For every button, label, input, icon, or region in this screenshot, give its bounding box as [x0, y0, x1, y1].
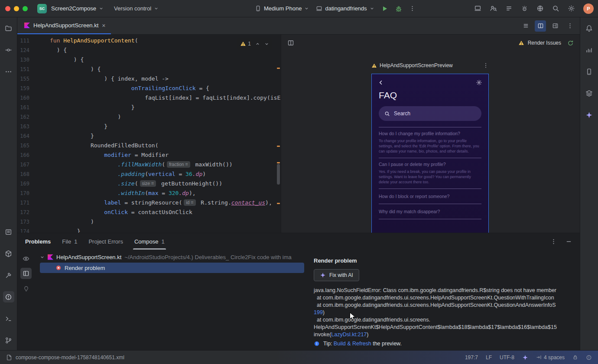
- close-window-button[interactable]: [5, 6, 10, 11]
- structure-tool-button[interactable]: [3, 226, 14, 237]
- minimize-window-button[interactable]: [14, 6, 19, 11]
- faq-question[interactable]: Why did my match disappear?: [379, 209, 481, 214]
- code-line[interactable]: 174 }: [17, 227, 281, 233]
- render-issues-label[interactable]: Render Issues: [528, 40, 561, 46]
- panel-title[interactable]: Problems: [25, 238, 51, 245]
- vcs-menu[interactable]: Version control: [114, 5, 159, 12]
- code-line[interactable]: 155 ) { index, model ->: [17, 74, 281, 84]
- preview-canvas[interactable]: HelpAndSupportScreenPreview FAQ Search H…: [281, 51, 580, 233]
- device-manager-tool-button[interactable]: [584, 66, 595, 77]
- editor-tab[interactable]: HelpAndSupportScreen.kt ×: [17, 17, 111, 34]
- warning-stripe-mark[interactable]: [277, 68, 280, 69]
- problems-tool-button[interactable]: [3, 291, 14, 302]
- warning-stripe-mark[interactable]: [277, 162, 280, 163]
- details-view-icon[interactable]: [20, 268, 32, 279]
- avatar[interactable]: P: [583, 3, 594, 14]
- code-line[interactable]: 130 ) {: [17, 55, 281, 65]
- version-control-tool-button[interactable]: [3, 335, 14, 346]
- chevron-down-icon[interactable]: [40, 255, 45, 260]
- more-run-actions-button[interactable]: [409, 5, 416, 12]
- build-tool-button[interactable]: [3, 270, 14, 281]
- ai-spark-icon[interactable]: [522, 354, 528, 361]
- code-line[interactable]: 164 }: [17, 131, 281, 141]
- preview-menu-icon[interactable]: [483, 62, 489, 68]
- code-line[interactable]: 163 }: [17, 122, 281, 131]
- panel-options-icon[interactable]: [550, 238, 557, 245]
- code-line[interactable]: 167 .fillMaxWidth(fraction = maxWidth()): [17, 160, 281, 169]
- info-circle-icon[interactable]: [586, 354, 592, 361]
- code-line[interactable]: 166 modifier = Modifier: [17, 150, 281, 160]
- faq-question[interactable]: How do I block or report someone?: [379, 194, 481, 199]
- code-line[interactable]: 161 }: [17, 103, 281, 112]
- editor-list-icon[interactable]: [520, 20, 531, 32]
- settings-icon[interactable]: [568, 5, 575, 12]
- terminal-tool-button[interactable]: [3, 313, 14, 324]
- code-line[interactable]: 168 .padding(vertical = 36.dp): [17, 169, 281, 179]
- project-selector[interactable]: Screen2Compose: [51, 5, 104, 12]
- preview-eye-icon[interactable]: [20, 253, 32, 264]
- faq-search-bar[interactable]: Search: [379, 106, 481, 121]
- todo-list-icon[interactable]: [505, 5, 513, 12]
- profiler-tool-button[interactable]: [584, 44, 595, 55]
- editor-more-icon[interactable]: [564, 20, 575, 32]
- stack-link[interactable]: 199: [314, 309, 323, 315]
- back-icon[interactable]: [378, 79, 384, 86]
- code-line[interactable]: 171 label = stringResource(id = R.string…: [17, 198, 281, 208]
- panel-tab-project-errors[interactable]: Project Errors: [88, 233, 123, 250]
- network-sync-icon[interactable]: [536, 5, 544, 12]
- problem-row-selected[interactable]: Render problem: [40, 263, 304, 273]
- fix-with-ai-button[interactable]: Fix with AI: [314, 269, 359, 281]
- faq-question[interactable]: How do I change my profile information?: [379, 131, 481, 136]
- settings-gear-icon[interactable]: [476, 79, 482, 86]
- code-line[interactable]: 151 ) {: [17, 65, 281, 74]
- hide-panel-icon[interactable]: [566, 238, 572, 245]
- inspections-widget[interactable]: 1: [237, 38, 272, 50]
- code-line[interactable]: 172 onClick = contactUsOnClick: [17, 208, 281, 217]
- device-selector[interactable]: Medium Phone: [255, 5, 309, 12]
- code-line[interactable]: 159 onTrailingIconClick = {: [17, 84, 281, 93]
- layout-inspector-tool-button[interactable]: [584, 88, 595, 99]
- stack-link[interactable]: LazyDsl.kt:217: [331, 332, 367, 338]
- zoom-window-button[interactable]: [23, 6, 28, 11]
- more-tool-windows-button[interactable]: [3, 66, 14, 77]
- build-refresh-link[interactable]: Build & Refresh: [334, 341, 371, 347]
- device-mirroring-icon[interactable]: [474, 5, 481, 12]
- indent-setting[interactable]: 4 spaces: [536, 354, 565, 361]
- warning-stripe-mark[interactable]: [277, 146, 280, 147]
- packages-tool-button[interactable]: [3, 248, 14, 259]
- device-preview-frame[interactable]: FAQ Search How do I change my profile in…: [371, 74, 489, 233]
- commit-tool-button[interactable]: [3, 44, 14, 55]
- quickfix-bulb-icon[interactable]: [20, 283, 32, 294]
- caret-position[interactable]: 197:7: [465, 354, 478, 361]
- project-tool-button[interactable]: [3, 23, 14, 34]
- code-line[interactable]: 165 RoundedFilledButton(: [17, 141, 281, 150]
- notifications-icon[interactable]: [584, 23, 595, 34]
- next-problem-icon[interactable]: [264, 42, 269, 46]
- file-encoding[interactable]: UTF-8: [500, 354, 514, 361]
- run-config-selector[interactable]: datingandfriends: [316, 5, 374, 12]
- preview-name[interactable]: HelpAndSupportScreenPreview: [380, 62, 453, 68]
- prev-problem-icon[interactable]: [255, 42, 260, 46]
- panel-tab-file[interactable]: File1: [62, 233, 77, 250]
- warning-stripe-mark[interactable]: [277, 203, 280, 204]
- code-editor[interactable]: 111fun HelpAndSupportContent(124 ) {130 …: [17, 35, 281, 233]
- gemini-icon[interactable]: [584, 109, 595, 120]
- close-tab-icon[interactable]: ×: [102, 23, 105, 29]
- code-with-me-icon[interactable]: [490, 5, 497, 12]
- layout-editor-icon[interactable]: [549, 20, 561, 32]
- faq-question[interactable]: Can I pause or delete my profile?: [379, 162, 481, 167]
- code-line[interactable]: 160 faqList[index] = faqList[index].copy…: [17, 93, 281, 103]
- code-line[interactable]: 162 ): [17, 112, 281, 122]
- problems-file-row[interactable]: HelpAndSupportScreen.kt ~/AndroidStudioP…: [35, 252, 308, 262]
- code-line[interactable]: 173 ): [17, 217, 281, 227]
- split-editor-icon[interactable]: [535, 20, 546, 32]
- lock-icon[interactable]: [572, 354, 578, 360]
- code-line[interactable]: 170 .widthIn(max = 320.dp),: [17, 188, 281, 198]
- line-ending[interactable]: LF: [486, 354, 492, 361]
- run-button[interactable]: [381, 5, 388, 12]
- code-line[interactable]: 169 .size(size = getButtonHeight()): [17, 179, 281, 188]
- search-icon[interactable]: [552, 5, 559, 12]
- panel-tab-compose[interactable]: Compose1: [134, 233, 165, 250]
- split-view-icon[interactable]: [287, 39, 294, 46]
- debug-button[interactable]: [395, 5, 402, 12]
